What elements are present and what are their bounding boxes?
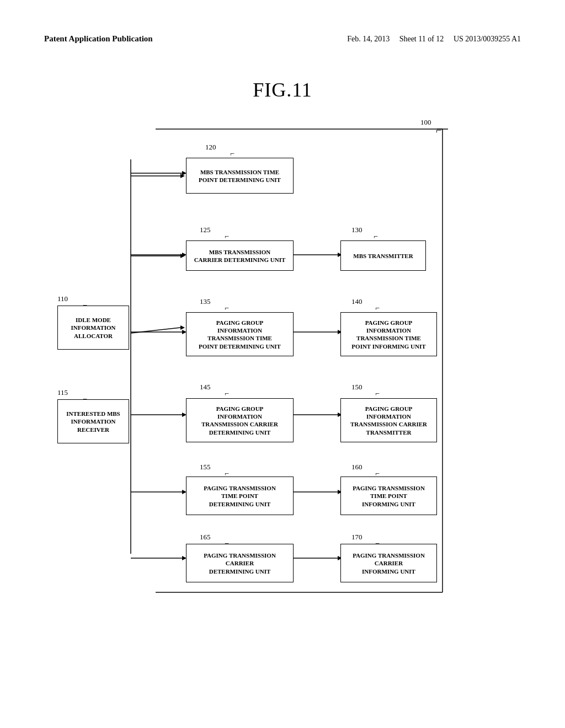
box-160-text: PAGING TRANSMISSIONTIME POINTINFORMING U… [353,484,425,508]
box-130: MBS TRANSMITTER [340,240,426,271]
box-125-text: MBS TRANSMISSIONCARRIER DETERMINING UNIT [194,248,286,264]
diagram-container: 100 ⌐ 120 ⌐ MBS TRANSMISSION TIMEPOINT D… [45,113,520,609]
box-120: MBS TRANSMISSION TIMEPOINT DETERMINING U… [186,158,294,194]
svg-marker-8 [180,325,185,330]
header-left: Patent Application Publication [44,33,153,45]
label-135: 135 [200,297,211,306]
box-115-text: INTERESTED MBSINFORMATIONRECEIVER [66,410,120,433]
box-130-text: MBS TRANSMITTER [353,252,413,260]
header: Patent Application Publication Feb. 14, … [44,33,521,45]
box-110-text: IDLE MODEINFORMATIONALLOCATOR [71,316,115,340]
header-patent: US 2013/0039255 A1 [454,35,521,43]
bracket-tick-100: ⌐ [436,125,441,136]
box-170-text: PAGING TRANSMISSIONCARRIERINFORMING UNIT [353,552,425,575]
label-110: 110 [57,295,68,303]
box-165-text: PAGING TRANSMISSIONCARRIERDETERMINING UN… [204,552,276,575]
label-150: 150 [351,383,363,392]
box-155-text: PAGING TRANSMISSIONTIME POINTDETERMINING… [204,484,276,508]
page: Patent Application Publication Feb. 14, … [0,0,565,728]
box-120-text: MBS TRANSMISSION TIMEPOINT DETERMINING U… [199,168,281,184]
box-140: PAGING GROUPINFORMATIONTRANSMISSION TIME… [340,312,437,356]
label-155: 155 [200,463,211,472]
label-130: 130 [351,226,363,234]
box-135: PAGING GROUPINFORMATIONTRANSMISSION TIME… [186,312,294,356]
box-150-text: PAGING GROUPINFORMATIONTRANSMISSION CARR… [350,405,427,436]
label-115: 115 [57,388,68,397]
svg-marker-4 [180,174,185,178]
box-145: PAGING GROUPINFORMATIONTRANSMISSION CARR… [186,398,294,442]
label-140: 140 [351,297,363,306]
label-120: 120 [205,143,216,152]
box-170: PAGING TRANSMISSIONCARRIERINFORMING UNIT [340,544,437,582]
box-165: PAGING TRANSMISSIONCARRIERDETERMINING UN… [186,544,294,582]
box-110: IDLE MODEINFORMATIONALLOCATOR [57,306,129,350]
box-155: PAGING TRANSMISSIONTIME POINTDETERMINING… [186,477,294,515]
label-160: 160 [351,463,363,472]
label-145: 145 [200,383,211,392]
header-sheet: Sheet 11 of 12 [399,35,444,43]
box-125: MBS TRANSMISSIONCARRIER DETERMINING UNIT [186,240,294,271]
label-170: 170 [351,533,363,542]
publication-label: Patent Application Publication [44,34,153,43]
box-150: PAGING GROUPINFORMATIONTRANSMISSION CARR… [340,398,437,442]
box-140-text: PAGING GROUPINFORMATIONTRANSMISSION TIME… [351,319,425,350]
box-115: INTERESTED MBSINFORMATIONRECEIVER [57,399,129,443]
header-right: Feb. 14, 2013 Sheet 11 of 12 US 2013/003… [347,33,521,45]
box-145-text: PAGING GROUPINFORMATIONTRANSMISSION CARR… [201,405,278,436]
box-160: PAGING TRANSMISSIONTIME POINTINFORMING U… [340,477,437,515]
svg-line-7 [131,328,180,333]
label-125: 125 [200,226,211,234]
svg-marker-6 [180,254,185,258]
header-date: Feb. 14, 2013 [347,35,390,43]
box-135-text: PAGING GROUPINFORMATIONTRANSMISSION TIME… [199,319,281,350]
label-165: 165 [200,533,211,542]
label-100: 100 [420,118,431,127]
fig-title: FIG.11 [44,78,521,101]
